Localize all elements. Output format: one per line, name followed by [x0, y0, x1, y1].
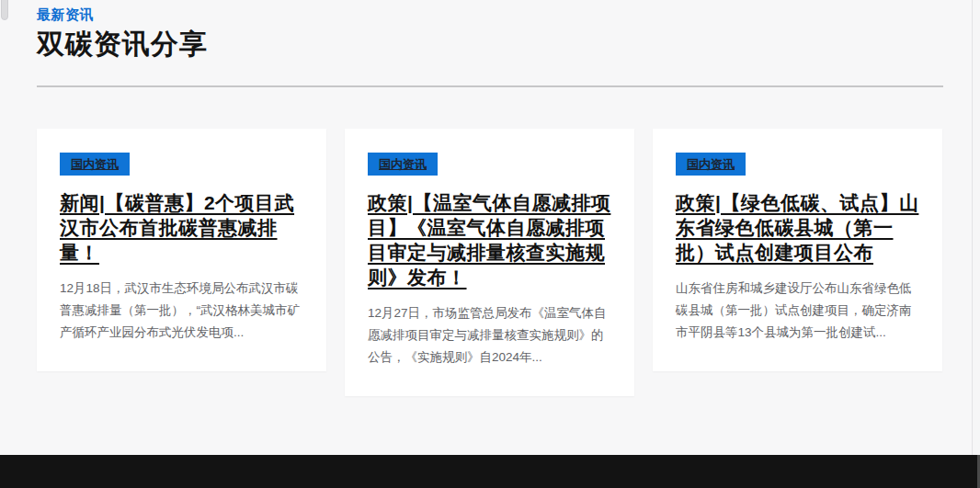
news-excerpt: 12月27日，市场监管总局发布《温室气体自愿减排项目审定与减排量核查实施规则》的…: [368, 302, 611, 369]
news-excerpt: 山东省住房和城乡建设厅公布山东省绿色低碳县城（第一批）试点创建项目，确定济南市平…: [676, 278, 919, 344]
section-eyebrow: 最新资讯: [37, 6, 943, 24]
category-badge[interactable]: 国内资讯: [368, 153, 438, 176]
news-card: 国内资讯 政策|【绿色低碳、试点】山东省绿色低碳县城（第一批）试点创建项目公布 …: [653, 129, 942, 371]
news-title-link[interactable]: 新闻|【碳普惠】2个项目武汉市公布首批碳普惠减排量！: [60, 190, 303, 265]
news-title-link[interactable]: 政策|【温室气体自愿减排项目】《温室气体自愿减排项目审定与减排量核查实施规则》发…: [368, 190, 611, 289]
category-badge[interactable]: 国内资讯: [676, 153, 746, 176]
news-card: 国内资讯 新闻|【碳普惠】2个项目武汉市公布首批碳普惠减排量！ 12月18日，武…: [37, 129, 326, 371]
scrollbar-track[interactable]: [972, 0, 980, 455]
category-badge[interactable]: 国内资讯: [60, 153, 130, 176]
footer-bar: [0, 455, 980, 488]
news-section-page: 最新资讯 双碳资讯分享 国内资讯 新闻|【碳普惠】2个项目武汉市公布首批碳普惠减…: [0, 0, 980, 488]
section-divider: [37, 85, 943, 87]
news-card-list: 国内资讯 新闻|【碳普惠】2个项目武汉市公布首批碳普惠减排量！ 12月18日，武…: [37, 129, 943, 396]
content-area: 最新资讯 双碳资讯分享 国内资讯 新闻|【碳普惠】2个项目武汉市公布首批碳普惠减…: [0, 0, 980, 396]
news-card: 国内资讯 政策|【温室气体自愿减排项目】《温室气体自愿减排项目审定与减排量核查实…: [345, 129, 634, 396]
page-title: 双碳资讯分享: [37, 27, 943, 62]
news-excerpt: 12月18日，武汉市生态环境局公布武汉市碳普惠减排量（第一批），“武汉格林美城市…: [60, 278, 303, 344]
news-title-link[interactable]: 政策|【绿色低碳、试点】山东省绿色低碳县城（第一批）试点创建项目公布: [676, 190, 919, 265]
scrollbar-thumb[interactable]: [1, 0, 8, 20]
